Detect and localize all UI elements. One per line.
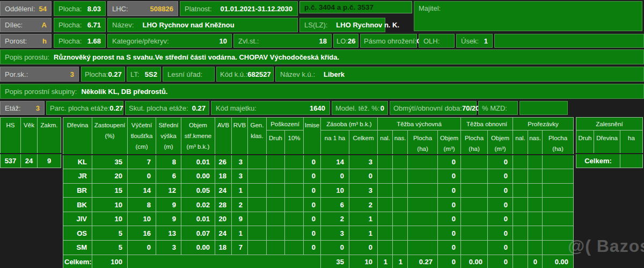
table-cell: 3 bbox=[349, 155, 378, 169]
table-cell bbox=[378, 183, 393, 198]
species-row: OS516130.0724103100 bbox=[63, 226, 574, 241]
table-cell: 2 bbox=[349, 198, 378, 212]
table-cell: 2 bbox=[232, 198, 248, 212]
field-obmyti: Obmýtí/obnovní doba: 70/20 bbox=[390, 101, 477, 115]
table-cell bbox=[285, 169, 304, 184]
column-header-objem-m3: Objem (m³) bbox=[438, 131, 461, 155]
column-header-avb: AVB bbox=[215, 118, 232, 155]
zakm-value: 9 bbox=[38, 154, 61, 168]
field-mzd: % MZD: bbox=[478, 101, 518, 115]
field-plocha-oddeleni: Plocha: 8.03 bbox=[54, 1, 106, 16]
table-cell bbox=[128, 255, 321, 268]
table-cell bbox=[267, 241, 285, 255]
table-cell bbox=[285, 155, 304, 169]
field-kod-majetku: Kód majetku: 1640 bbox=[211, 101, 330, 115]
note-text: p.č. 3404 a p.č. 3537 bbox=[304, 3, 374, 11]
table-cell bbox=[248, 169, 267, 184]
field-lesni-urad: Lesní úřad: bbox=[163, 67, 215, 82]
field-value: 508826 bbox=[150, 5, 173, 13]
table-cell: 0 bbox=[488, 226, 513, 241]
table-cell: 14 bbox=[128, 183, 156, 198]
column-header-nal: nal. bbox=[513, 131, 528, 155]
field-kod-ku: Kód k.ú.: 682527 bbox=[216, 67, 274, 82]
table-cell bbox=[528, 198, 543, 212]
table-cell: 16 bbox=[128, 226, 156, 241]
table-cell: 0 bbox=[304, 169, 321, 184]
column-header-druh: Druh bbox=[267, 131, 285, 155]
field-label: Model. těž. %: bbox=[335, 104, 379, 112]
table-cell: 0 bbox=[304, 226, 321, 241]
table-cell bbox=[528, 241, 543, 255]
table-cell: Celkem: bbox=[63, 255, 92, 268]
field-label: Majitel: bbox=[419, 4, 441, 12]
zalesneni-ha-value bbox=[620, 154, 643, 168]
table-cell: 0 bbox=[528, 255, 543, 268]
field-value: 26 bbox=[348, 37, 355, 45]
table-cell: 10 bbox=[321, 183, 349, 198]
table-cell: 9 bbox=[156, 212, 181, 226]
field-label: Platnost: bbox=[185, 5, 212, 13]
species-row: SM5030.0018700000 bbox=[63, 241, 574, 255]
table-cell: 0 bbox=[321, 241, 349, 255]
table-cell: 3 bbox=[232, 169, 248, 184]
column-header-nas: nas. bbox=[528, 131, 543, 155]
field-value: 3 bbox=[36, 104, 40, 112]
table-cell bbox=[461, 155, 488, 169]
group-header-poskozeni: Poškození bbox=[267, 118, 304, 131]
field-value: 0 bbox=[380, 104, 384, 112]
table-cell: 3 bbox=[156, 241, 181, 255]
field-zvlst: Zvl.st.: 18 bbox=[233, 34, 332, 48]
table-cell: 1 bbox=[378, 255, 393, 268]
table-cell: 8 bbox=[156, 155, 181, 169]
field-value: Několik KL, DB předrostů. bbox=[81, 88, 167, 96]
field-value: 682527 bbox=[247, 70, 270, 78]
table-cell: 2 bbox=[321, 212, 349, 226]
table-cell: 0 bbox=[128, 169, 156, 184]
table-cell: 0 bbox=[488, 183, 513, 198]
table-cell bbox=[408, 212, 438, 226]
table-cell: 7 bbox=[232, 241, 248, 255]
table-cell: 0 bbox=[438, 198, 461, 212]
table-cell bbox=[393, 226, 408, 241]
field-olh: OLH: bbox=[419, 34, 455, 48]
field-label: Porost: bbox=[5, 37, 27, 45]
table-cell: 0.02 bbox=[181, 198, 215, 212]
table-cell: 10 bbox=[128, 212, 156, 226]
table-cell bbox=[513, 255, 528, 268]
column-header-drevina: Dřevina bbox=[594, 131, 620, 154]
field-value: 70/20 bbox=[462, 104, 480, 112]
table-cell bbox=[393, 212, 408, 226]
table-cell: 20 bbox=[92, 169, 128, 184]
column-header-hs: HS bbox=[1, 118, 21, 154]
group-header-zalesneni: Zalesnění bbox=[576, 118, 643, 131]
table-cell: 0.00 bbox=[461, 255, 488, 268]
column-header-plocha-ha: Plocha (ha) bbox=[461, 131, 488, 155]
field-value: 18 bbox=[319, 37, 327, 45]
field-value: 3 bbox=[70, 70, 74, 78]
table-cell bbox=[513, 169, 528, 184]
table-cell: SM bbox=[63, 241, 92, 255]
bazos-watermark: @( Bazos.cz bbox=[568, 236, 644, 256]
table-cell bbox=[543, 241, 574, 255]
table-cell bbox=[461, 183, 488, 198]
table-cell bbox=[248, 183, 267, 198]
table-cell: 26 bbox=[215, 155, 232, 169]
table-cell: BK bbox=[63, 198, 92, 212]
field-label: Etáž: bbox=[5, 104, 21, 112]
table-cell: 18 bbox=[215, 241, 232, 255]
table-cell bbox=[543, 198, 574, 212]
field-value: 8.03 bbox=[87, 5, 101, 13]
table-cell: 0 bbox=[438, 255, 461, 268]
table-cell: 0.07 bbox=[181, 226, 215, 241]
field-label: Název k.ú.: bbox=[280, 70, 315, 78]
table-cell: 9 bbox=[156, 198, 181, 212]
table-cell bbox=[248, 198, 267, 212]
column-header-nas: nas. bbox=[393, 131, 408, 155]
field-value: 0.27 bbox=[192, 104, 206, 112]
table-cell bbox=[543, 169, 574, 184]
field-label: Kategorie/překryv: bbox=[112, 37, 169, 45]
field-lt: LT: 5S2 bbox=[127, 67, 161, 82]
table-cell bbox=[543, 226, 574, 241]
field-value: 10 bbox=[219, 37, 227, 45]
table-cell bbox=[461, 198, 488, 212]
